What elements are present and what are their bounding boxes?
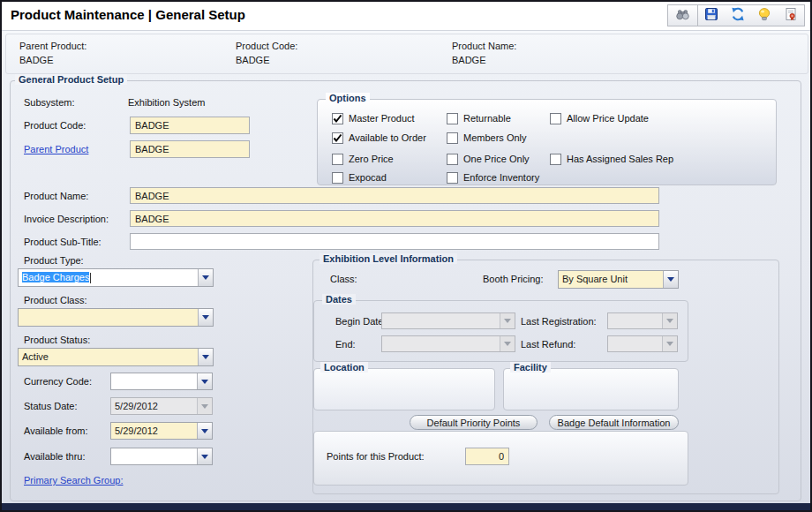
checkbox-has-assigned-sales-rep[interactable]: Has Assigned Sales Rep (550, 153, 673, 165)
checked-checkbox-icon[interactable] (332, 113, 343, 124)
exhibition-legend: Exhibition Level Information (320, 253, 457, 264)
product-subtitle-input[interactable] (130, 233, 659, 250)
checkbox-one-price-only[interactable]: One Price Only (447, 153, 530, 165)
unchecked-checkbox-icon[interactable] (332, 154, 343, 165)
end-date-label: End: (335, 339, 356, 350)
checkbox-returnable[interactable]: Returnable (447, 112, 511, 124)
location-section (313, 368, 495, 410)
unchecked-checkbox-icon[interactable] (447, 132, 458, 144)
checked-checkbox-icon[interactable] (332, 132, 343, 144)
refresh-button[interactable] (725, 5, 751, 26)
currency-code-select[interactable] (110, 373, 213, 390)
parent-product-input[interactable] (130, 140, 250, 158)
status-date-label: Status Date: (24, 401, 78, 411)
chevron-down-icon[interactable] (197, 373, 212, 389)
checkbox-label: Master Product (349, 113, 415, 124)
chevron-down-icon[interactable] (663, 271, 678, 288)
location-legend: Location (320, 362, 368, 373)
summary-parent-product: Parent Product:BADGE (19, 41, 222, 65)
unchecked-checkbox-icon[interactable] (332, 172, 343, 184)
save-icon (704, 7, 718, 25)
checkbox-allow-price-update[interactable]: Allow Price Update (550, 112, 649, 124)
product-status-select[interactable]: Active (18, 348, 214, 366)
facility-legend: Facility (510, 362, 551, 373)
product-status-value: Active (19, 349, 198, 365)
checkbox-expocad[interactable]: Expocad (332, 171, 387, 184)
product-class-label: Product Class: (24, 295, 87, 305)
hint-button[interactable] (751, 5, 778, 26)
badge-default-information-button[interactable]: Badge Default Information (549, 415, 679, 430)
last-registration-label: Last Registration: (521, 316, 597, 327)
product-type-select[interactable]: Badge Charges (18, 268, 214, 287)
report-button[interactable] (778, 5, 804, 26)
unchecked-checkbox-icon[interactable] (447, 154, 458, 165)
unchecked-checkbox-icon[interactable] (550, 154, 561, 165)
facility-section (503, 368, 679, 410)
unchecked-checkbox-icon[interactable] (447, 172, 458, 184)
product-name-label: Product Name: (24, 191, 88, 201)
begin-date-select (381, 312, 515, 329)
options-section: Master ProductReturnableAllow Price Upda… (317, 99, 777, 185)
available-thru-label: Available thru: (24, 451, 86, 462)
general-product-setup-legend: General Product Setup (15, 74, 127, 85)
summary-value: BADGE (236, 55, 439, 65)
end-date-select (381, 335, 515, 352)
available-from-select[interactable]: 5/29/2012 (110, 422, 213, 440)
parent-product-link[interactable]: Parent Product (24, 144, 88, 154)
status-date-value: 5/29/2012 (111, 398, 197, 414)
summary-value: BADGE (19, 55, 222, 65)
invoice-description-input[interactable] (130, 210, 659, 227)
chevron-down-icon (662, 336, 677, 351)
chevron-down-icon (500, 336, 515, 351)
checkbox-label: Allow Price Update (567, 113, 649, 124)
available-thru-select[interactable] (110, 448, 213, 465)
checkbox-zero-price[interactable]: Zero Price (332, 153, 394, 165)
chevron-down-icon[interactable] (198, 349, 213, 365)
subsystem-label: Subsystem: (24, 97, 74, 108)
available-from-value: 5/29/2012 (111, 423, 197, 439)
chevron-down-icon[interactable] (198, 269, 213, 286)
invoice-description-label: Invoice Description: (24, 214, 109, 224)
checkbox-label: Expocad (349, 172, 387, 183)
status-date-select: 5/29/2012 (110, 397, 213, 415)
available-thru-value (111, 448, 197, 464)
checkbox-available-to-order[interactable]: Available to Order (332, 132, 426, 144)
checkbox-label: Returnable (463, 113, 511, 124)
currency-code-label: Currency Code: (24, 376, 92, 387)
chevron-down-icon[interactable] (197, 448, 212, 464)
bottom-bar (2, 503, 810, 510)
checkbox-label: One Price Only (463, 154, 530, 164)
chevron-down-icon[interactable] (197, 423, 212, 439)
checkbox-members-only[interactable]: Members Only (447, 132, 527, 144)
default-priority-points-button[interactable]: Default Priority Points (410, 415, 538, 430)
product-name-input[interactable] (130, 187, 659, 204)
summary-label: Product Name: (452, 41, 655, 51)
checkbox-label: Members Only (463, 132, 527, 143)
binoculars-icon (675, 7, 690, 25)
dates-legend: Dates (322, 294, 356, 305)
product-code-input[interactable] (130, 117, 250, 134)
booth-pricing-select[interactable]: By Square Unit (558, 270, 679, 289)
report-icon (784, 7, 798, 25)
summary-label: Parent Product: (19, 41, 222, 51)
options-legend: Options (326, 93, 370, 103)
product-class-select[interactable] (18, 308, 214, 327)
summary-product-code: Product Code:BADGE (236, 41, 439, 65)
summary-value: BADGE (452, 55, 655, 65)
product-subtitle-label: Product Sub-Title: (24, 237, 102, 247)
product-maintenance-window: Product Maintenance | General Setup (0, 0, 812, 512)
chevron-down-icon[interactable] (198, 309, 213, 326)
find-button[interactable] (668, 5, 698, 26)
primary-search-group-link[interactable]: Primary Search Group: (24, 475, 123, 486)
product-code-label: Product Code: (24, 120, 86, 131)
checkbox-enforce-inventory[interactable]: Enforce Inventory (447, 171, 539, 184)
subsystem-value: Exhibition System (128, 97, 205, 108)
checkbox-label: Zero Price (349, 154, 394, 164)
unchecked-checkbox-icon[interactable] (447, 113, 458, 124)
unchecked-checkbox-icon[interactable] (550, 113, 561, 124)
points-input[interactable] (465, 448, 509, 465)
checkbox-master-product[interactable]: Master Product (332, 112, 415, 124)
checkbox-label: Available to Order (349, 132, 426, 143)
save-button[interactable] (698, 5, 725, 26)
product-status-label: Product Status: (24, 335, 90, 345)
